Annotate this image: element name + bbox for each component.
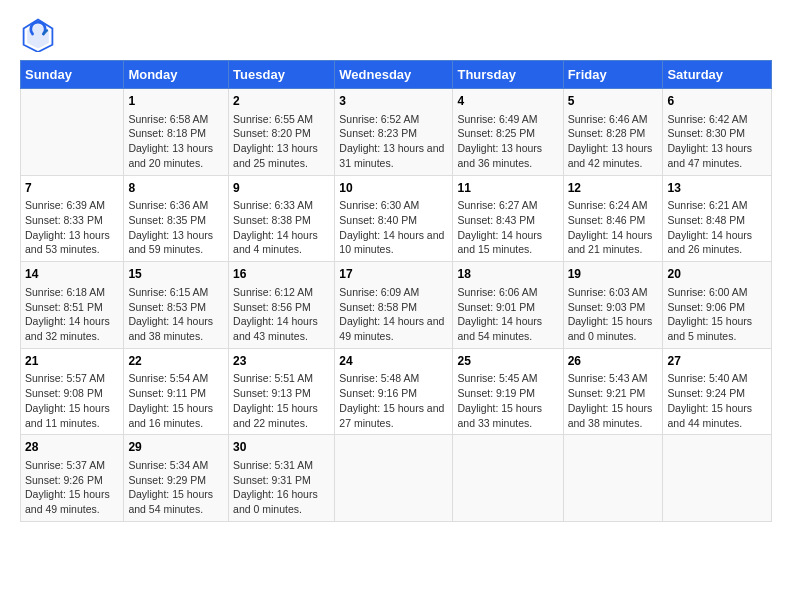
calendar-cell: 5Sunrise: 6:46 AMSunset: 8:28 PMDaylight… — [563, 89, 663, 176]
day-info: Sunrise: 5:31 AMSunset: 9:31 PMDaylight:… — [233, 458, 330, 517]
week-row: 7Sunrise: 6:39 AMSunset: 8:33 PMDaylight… — [21, 175, 772, 262]
day-number: 8 — [128, 180, 224, 197]
calendar-cell: 10Sunrise: 6:30 AMSunset: 8:40 PMDayligh… — [335, 175, 453, 262]
day-info: Sunrise: 6:52 AMSunset: 8:23 PMDaylight:… — [339, 112, 448, 171]
day-info: Sunrise: 5:40 AMSunset: 9:24 PMDaylight:… — [667, 371, 767, 430]
day-number: 18 — [457, 266, 558, 283]
calendar-cell: 24Sunrise: 5:48 AMSunset: 9:16 PMDayligh… — [335, 348, 453, 435]
calendar-cell — [563, 435, 663, 522]
calendar-cell: 6Sunrise: 6:42 AMSunset: 8:30 PMDaylight… — [663, 89, 772, 176]
calendar-cell: 14Sunrise: 6:18 AMSunset: 8:51 PMDayligh… — [21, 262, 124, 349]
calendar-cell: 17Sunrise: 6:09 AMSunset: 8:58 PMDayligh… — [335, 262, 453, 349]
day-info: Sunrise: 5:57 AMSunset: 9:08 PMDaylight:… — [25, 371, 119, 430]
calendar-cell: 4Sunrise: 6:49 AMSunset: 8:25 PMDaylight… — [453, 89, 563, 176]
day-number: 2 — [233, 93, 330, 110]
day-info: Sunrise: 5:54 AMSunset: 9:11 PMDaylight:… — [128, 371, 224, 430]
logo-icon — [20, 16, 56, 52]
calendar-cell: 2Sunrise: 6:55 AMSunset: 8:20 PMDaylight… — [229, 89, 335, 176]
day-number: 5 — [568, 93, 659, 110]
calendar-cell: 28Sunrise: 5:37 AMSunset: 9:26 PMDayligh… — [21, 435, 124, 522]
calendar-cell — [21, 89, 124, 176]
calendar-cell: 21Sunrise: 5:57 AMSunset: 9:08 PMDayligh… — [21, 348, 124, 435]
week-row: 1Sunrise: 6:58 AMSunset: 8:18 PMDaylight… — [21, 89, 772, 176]
calendar-cell: 20Sunrise: 6:00 AMSunset: 9:06 PMDayligh… — [663, 262, 772, 349]
day-number: 28 — [25, 439, 119, 456]
day-header: Saturday — [663, 61, 772, 89]
page-header — [20, 16, 772, 52]
week-row: 28Sunrise: 5:37 AMSunset: 9:26 PMDayligh… — [21, 435, 772, 522]
day-info: Sunrise: 6:27 AMSunset: 8:43 PMDaylight:… — [457, 198, 558, 257]
calendar-table: SundayMondayTuesdayWednesdayThursdayFrid… — [20, 60, 772, 522]
day-info: Sunrise: 6:24 AMSunset: 8:46 PMDaylight:… — [568, 198, 659, 257]
calendar-cell: 7Sunrise: 6:39 AMSunset: 8:33 PMDaylight… — [21, 175, 124, 262]
day-number: 20 — [667, 266, 767, 283]
day-info: Sunrise: 6:18 AMSunset: 8:51 PMDaylight:… — [25, 285, 119, 344]
calendar-cell: 11Sunrise: 6:27 AMSunset: 8:43 PMDayligh… — [453, 175, 563, 262]
day-info: Sunrise: 6:55 AMSunset: 8:20 PMDaylight:… — [233, 112, 330, 171]
day-info: Sunrise: 6:42 AMSunset: 8:30 PMDaylight:… — [667, 112, 767, 171]
calendar-cell: 16Sunrise: 6:12 AMSunset: 8:56 PMDayligh… — [229, 262, 335, 349]
calendar-cell: 15Sunrise: 6:15 AMSunset: 8:53 PMDayligh… — [124, 262, 229, 349]
week-row: 21Sunrise: 5:57 AMSunset: 9:08 PMDayligh… — [21, 348, 772, 435]
calendar-cell: 25Sunrise: 5:45 AMSunset: 9:19 PMDayligh… — [453, 348, 563, 435]
day-info: Sunrise: 5:37 AMSunset: 9:26 PMDaylight:… — [25, 458, 119, 517]
calendar-cell — [453, 435, 563, 522]
day-info: Sunrise: 5:43 AMSunset: 9:21 PMDaylight:… — [568, 371, 659, 430]
calendar-cell — [663, 435, 772, 522]
calendar-cell: 30Sunrise: 5:31 AMSunset: 9:31 PMDayligh… — [229, 435, 335, 522]
day-number: 19 — [568, 266, 659, 283]
day-info: Sunrise: 5:34 AMSunset: 9:29 PMDaylight:… — [128, 458, 224, 517]
day-number: 26 — [568, 353, 659, 370]
calendar-cell: 22Sunrise: 5:54 AMSunset: 9:11 PMDayligh… — [124, 348, 229, 435]
calendar-cell — [335, 435, 453, 522]
calendar-cell: 23Sunrise: 5:51 AMSunset: 9:13 PMDayligh… — [229, 348, 335, 435]
day-number: 27 — [667, 353, 767, 370]
day-info: Sunrise: 6:12 AMSunset: 8:56 PMDaylight:… — [233, 285, 330, 344]
day-number: 4 — [457, 93, 558, 110]
day-number: 21 — [25, 353, 119, 370]
day-info: Sunrise: 6:06 AMSunset: 9:01 PMDaylight:… — [457, 285, 558, 344]
calendar-cell: 19Sunrise: 6:03 AMSunset: 9:03 PMDayligh… — [563, 262, 663, 349]
day-number: 7 — [25, 180, 119, 197]
day-info: Sunrise: 5:45 AMSunset: 9:19 PMDaylight:… — [457, 371, 558, 430]
day-info: Sunrise: 6:21 AMSunset: 8:48 PMDaylight:… — [667, 198, 767, 257]
day-number: 17 — [339, 266, 448, 283]
day-number: 22 — [128, 353, 224, 370]
calendar-cell: 29Sunrise: 5:34 AMSunset: 9:29 PMDayligh… — [124, 435, 229, 522]
day-header: Wednesday — [335, 61, 453, 89]
day-header: Monday — [124, 61, 229, 89]
calendar-cell: 18Sunrise: 6:06 AMSunset: 9:01 PMDayligh… — [453, 262, 563, 349]
day-number: 24 — [339, 353, 448, 370]
logo — [20, 16, 62, 52]
day-info: Sunrise: 5:48 AMSunset: 9:16 PMDaylight:… — [339, 371, 448, 430]
day-number: 1 — [128, 93, 224, 110]
day-header: Sunday — [21, 61, 124, 89]
day-number: 30 — [233, 439, 330, 456]
day-info: Sunrise: 6:00 AMSunset: 9:06 PMDaylight:… — [667, 285, 767, 344]
day-info: Sunrise: 6:58 AMSunset: 8:18 PMDaylight:… — [128, 112, 224, 171]
day-number: 11 — [457, 180, 558, 197]
day-number: 3 — [339, 93, 448, 110]
day-number: 12 — [568, 180, 659, 197]
day-number: 25 — [457, 353, 558, 370]
day-info: Sunrise: 6:49 AMSunset: 8:25 PMDaylight:… — [457, 112, 558, 171]
header-row: SundayMondayTuesdayWednesdayThursdayFrid… — [21, 61, 772, 89]
day-header: Friday — [563, 61, 663, 89]
day-info: Sunrise: 6:09 AMSunset: 8:58 PMDaylight:… — [339, 285, 448, 344]
day-info: Sunrise: 6:46 AMSunset: 8:28 PMDaylight:… — [568, 112, 659, 171]
day-info: Sunrise: 6:03 AMSunset: 9:03 PMDaylight:… — [568, 285, 659, 344]
day-number: 10 — [339, 180, 448, 197]
day-info: Sunrise: 6:39 AMSunset: 8:33 PMDaylight:… — [25, 198, 119, 257]
calendar-cell: 27Sunrise: 5:40 AMSunset: 9:24 PMDayligh… — [663, 348, 772, 435]
day-info: Sunrise: 6:36 AMSunset: 8:35 PMDaylight:… — [128, 198, 224, 257]
day-number: 9 — [233, 180, 330, 197]
calendar-cell: 12Sunrise: 6:24 AMSunset: 8:46 PMDayligh… — [563, 175, 663, 262]
calendar-cell: 1Sunrise: 6:58 AMSunset: 8:18 PMDaylight… — [124, 89, 229, 176]
calendar-cell: 26Sunrise: 5:43 AMSunset: 9:21 PMDayligh… — [563, 348, 663, 435]
day-info: Sunrise: 5:51 AMSunset: 9:13 PMDaylight:… — [233, 371, 330, 430]
calendar-cell: 3Sunrise: 6:52 AMSunset: 8:23 PMDaylight… — [335, 89, 453, 176]
day-info: Sunrise: 6:30 AMSunset: 8:40 PMDaylight:… — [339, 198, 448, 257]
day-number: 6 — [667, 93, 767, 110]
calendar-cell: 9Sunrise: 6:33 AMSunset: 8:38 PMDaylight… — [229, 175, 335, 262]
day-info: Sunrise: 6:33 AMSunset: 8:38 PMDaylight:… — [233, 198, 330, 257]
